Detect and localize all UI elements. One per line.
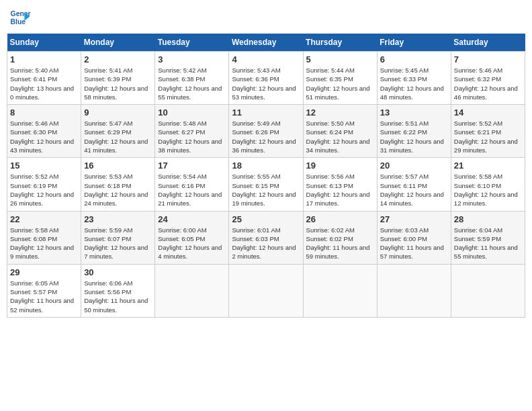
day-info: Sunrise: 5:52 AM Sunset: 6:19 PM Dayligh…	[10, 172, 78, 208]
day-info: Sunrise: 5:50 AM Sunset: 6:24 PM Dayligh…	[306, 119, 374, 154]
day-info: Sunrise: 6:00 AM Sunset: 6:05 PM Dayligh…	[158, 226, 226, 261]
day-info: Sunrise: 5:44 AM Sunset: 6:35 PM Dayligh…	[306, 66, 374, 101]
day-info: Sunrise: 5:54 AM Sunset: 6:16 PM Dayligh…	[158, 172, 226, 208]
calendar-cell: 23Sunrise: 5:59 AM Sunset: 6:07 PM Dayli…	[81, 211, 155, 264]
day-info: Sunrise: 5:58 AM Sunset: 6:10 PM Dayligh…	[454, 172, 522, 208]
day-info: Sunrise: 6:05 AM Sunset: 5:57 PM Dayligh…	[10, 279, 78, 314]
day-number: 7	[454, 54, 522, 64]
column-header-thursday: Thursday	[303, 34, 377, 52]
day-number: 4	[232, 54, 300, 64]
calendar-cell: 14Sunrise: 5:52 AM Sunset: 6:21 PM Dayli…	[451, 105, 525, 158]
calendar-table: SundayMondayTuesdayWednesdayThursdayFrid…	[7, 34, 525, 318]
calendar-cell: 28Sunrise: 6:04 AM Sunset: 5:59 PM Dayli…	[451, 211, 525, 264]
calendar-cell: 19Sunrise: 5:56 AM Sunset: 6:13 PM Dayli…	[303, 158, 377, 211]
calendar-cell: 12Sunrise: 5:50 AM Sunset: 6:24 PM Dayli…	[303, 105, 377, 158]
calendar-cell: 2Sunrise: 5:41 AM Sunset: 6:39 PM Daylig…	[81, 52, 155, 105]
calendar-cell	[377, 264, 451, 317]
day-info: Sunrise: 6:02 AM Sunset: 6:02 PM Dayligh…	[306, 226, 374, 261]
day-info: Sunrise: 5:55 AM Sunset: 6:15 PM Dayligh…	[232, 172, 300, 208]
calendar-cell: 24Sunrise: 6:00 AM Sunset: 6:05 PM Dayli…	[155, 211, 229, 264]
day-number: 19	[306, 161, 374, 171]
day-info: Sunrise: 6:01 AM Sunset: 6:03 PM Dayligh…	[232, 226, 300, 261]
day-number: 13	[380, 107, 448, 118]
day-info: Sunrise: 5:43 AM Sunset: 6:36 PM Dayligh…	[232, 66, 300, 101]
calendar-cell: 5Sunrise: 5:44 AM Sunset: 6:35 PM Daylig…	[303, 52, 377, 105]
day-info: Sunrise: 6:04 AM Sunset: 5:59 PM Dayligh…	[454, 226, 522, 261]
calendar-cell: 27Sunrise: 6:03 AM Sunset: 6:00 PM Dayli…	[377, 211, 451, 264]
day-number: 1	[10, 54, 78, 64]
calendar-cell: 22Sunrise: 5:58 AM Sunset: 6:08 PM Dayli…	[7, 211, 81, 264]
day-number: 16	[84, 161, 152, 171]
calendar-cell: 20Sunrise: 5:57 AM Sunset: 6:11 PM Dayli…	[377, 158, 451, 211]
day-number: 21	[454, 161, 522, 171]
calendar-cell: 18Sunrise: 5:55 AM Sunset: 6:15 PM Dayli…	[229, 158, 303, 211]
calendar-cell: 25Sunrise: 6:01 AM Sunset: 6:03 PM Dayli…	[229, 211, 303, 264]
day-info: Sunrise: 5:46 AM Sunset: 6:30 PM Dayligh…	[10, 119, 78, 154]
calendar-cell	[451, 264, 525, 317]
calendar-cell: 8Sunrise: 5:46 AM Sunset: 6:30 PM Daylig…	[7, 105, 81, 158]
day-number: 3	[158, 54, 226, 64]
day-number: 20	[380, 161, 448, 171]
day-number: 2	[84, 54, 152, 64]
day-info: Sunrise: 5:46 AM Sunset: 6:32 PM Dayligh…	[454, 66, 522, 101]
day-number: 5	[306, 54, 374, 64]
day-number: 11	[232, 107, 300, 118]
column-header-tuesday: Tuesday	[155, 34, 229, 52]
day-number: 6	[380, 54, 448, 64]
day-info: Sunrise: 5:41 AM Sunset: 6:39 PM Dayligh…	[84, 66, 152, 101]
day-number: 23	[84, 214, 152, 224]
day-info: Sunrise: 6:06 AM Sunset: 5:56 PM Dayligh…	[84, 279, 152, 314]
calendar-week-row: 22Sunrise: 5:58 AM Sunset: 6:08 PM Dayli…	[7, 211, 525, 264]
calendar-cell: 1Sunrise: 5:40 AM Sunset: 6:41 PM Daylig…	[7, 52, 81, 105]
day-number: 25	[232, 214, 300, 224]
day-number: 14	[454, 107, 522, 118]
calendar-week-row: 15Sunrise: 5:52 AM Sunset: 6:19 PM Dayli…	[7, 158, 525, 211]
logo: General Blue	[9, 7, 31, 28]
day-number: 30	[84, 267, 152, 277]
column-header-saturday: Saturday	[451, 34, 525, 52]
day-number: 15	[10, 161, 78, 171]
day-number: 8	[10, 107, 78, 118]
day-number: 28	[454, 214, 522, 224]
calendar-cell	[303, 264, 377, 317]
day-number: 27	[380, 214, 448, 224]
day-info: Sunrise: 5:56 AM Sunset: 6:13 PM Dayligh…	[306, 172, 374, 208]
calendar-cell: 26Sunrise: 6:02 AM Sunset: 6:02 PM Dayli…	[303, 211, 377, 264]
calendar-cell: 7Sunrise: 5:46 AM Sunset: 6:32 PM Daylig…	[451, 52, 525, 105]
calendar-cell	[229, 264, 303, 317]
day-info: Sunrise: 5:52 AM Sunset: 6:21 PM Dayligh…	[454, 119, 522, 154]
day-info: Sunrise: 5:49 AM Sunset: 6:26 PM Dayligh…	[232, 119, 300, 154]
logo-icon: General Blue	[9, 7, 31, 28]
day-number: 12	[306, 107, 374, 118]
calendar-cell: 4Sunrise: 5:43 AM Sunset: 6:36 PM Daylig…	[229, 52, 303, 105]
calendar-cell: 21Sunrise: 5:58 AM Sunset: 6:10 PM Dayli…	[451, 158, 525, 211]
column-header-friday: Friday	[377, 34, 451, 52]
day-info: Sunrise: 6:03 AM Sunset: 6:00 PM Dayligh…	[380, 226, 448, 261]
page-header: General Blue	[7, 7, 525, 28]
column-header-sunday: Sunday	[7, 34, 81, 52]
calendar-cell: 3Sunrise: 5:42 AM Sunset: 6:38 PM Daylig…	[155, 52, 229, 105]
calendar-week-row: 29Sunrise: 6:05 AM Sunset: 5:57 PM Dayli…	[7, 264, 525, 317]
day-number: 29	[10, 267, 78, 277]
day-number: 22	[10, 214, 78, 224]
day-info: Sunrise: 5:47 AM Sunset: 6:29 PM Dayligh…	[84, 119, 152, 154]
calendar-cell: 9Sunrise: 5:47 AM Sunset: 6:29 PM Daylig…	[81, 105, 155, 158]
calendar-cell: 15Sunrise: 5:52 AM Sunset: 6:19 PM Dayli…	[7, 158, 81, 211]
day-info: Sunrise: 5:53 AM Sunset: 6:18 PM Dayligh…	[84, 172, 152, 208]
calendar-week-row: 8Sunrise: 5:46 AM Sunset: 6:30 PM Daylig…	[7, 105, 525, 158]
day-info: Sunrise: 5:57 AM Sunset: 6:11 PM Dayligh…	[380, 172, 448, 208]
day-info: Sunrise: 5:51 AM Sunset: 6:22 PM Dayligh…	[380, 119, 448, 154]
day-info: Sunrise: 5:40 AM Sunset: 6:41 PM Dayligh…	[10, 66, 78, 101]
day-number: 26	[306, 214, 374, 224]
calendar-cell: 10Sunrise: 5:48 AM Sunset: 6:27 PM Dayli…	[155, 105, 229, 158]
calendar-cell: 30Sunrise: 6:06 AM Sunset: 5:56 PM Dayli…	[81, 264, 155, 317]
calendar-cell: 17Sunrise: 5:54 AM Sunset: 6:16 PM Dayli…	[155, 158, 229, 211]
calendar-cell	[155, 264, 229, 317]
calendar-cell: 11Sunrise: 5:49 AM Sunset: 6:26 PM Dayli…	[229, 105, 303, 158]
day-number: 24	[158, 214, 226, 224]
calendar-cell: 16Sunrise: 5:53 AM Sunset: 6:18 PM Dayli…	[81, 158, 155, 211]
day-number: 17	[158, 161, 226, 171]
calendar-cell: 13Sunrise: 5:51 AM Sunset: 6:22 PM Dayli…	[377, 105, 451, 158]
svg-text:Blue: Blue	[11, 18, 26, 26]
day-info: Sunrise: 5:48 AM Sunset: 6:27 PM Dayligh…	[158, 119, 226, 154]
